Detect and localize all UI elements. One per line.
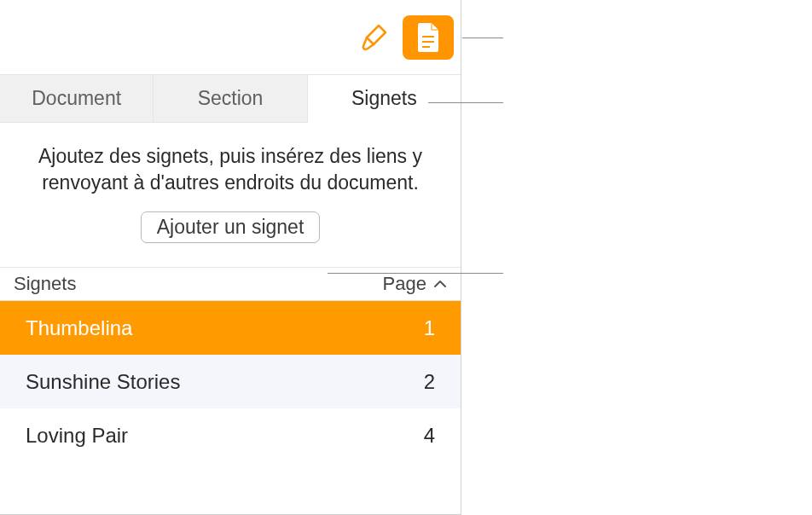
document-icon	[414, 21, 443, 54]
header-page-column[interactable]: Page	[383, 273, 426, 295]
inspector-panel: Document Section Signets Ajoutez des sig…	[0, 0, 461, 515]
bookmark-name: Thumbelina	[26, 316, 424, 340]
bookmark-name: Loving Pair	[26, 424, 424, 448]
add-bookmark-button[interactable]: Ajouter un signet	[141, 211, 321, 243]
bookmark-page: 2	[424, 370, 440, 394]
header-name-column[interactable]: Signets	[14, 273, 383, 295]
bookmark-row[interactable]: Thumbelina 1	[0, 301, 461, 355]
tab-bookmarks[interactable]: Signets	[308, 75, 461, 123]
document-options-button[interactable]	[403, 15, 454, 60]
add-button-container: Ajouter un signet	[0, 211, 461, 267]
sort-ascending-icon[interactable]	[432, 275, 449, 292]
bookmark-row[interactable]: Sunshine Stories 2	[0, 355, 461, 408]
bookmark-name: Sunshine Stories	[26, 370, 424, 394]
brush-icon	[358, 22, 389, 53]
help-text: Ajoutez des signets, puis insérez des li…	[0, 123, 461, 211]
callout-line	[328, 273, 503, 274]
bookmark-page: 4	[424, 424, 440, 448]
bookmark-row[interactable]: Loving Pair 4	[0, 408, 461, 462]
callout-line	[428, 102, 503, 103]
toolbar	[0, 0, 461, 74]
bookmark-list: Thumbelina 1 Sunshine Stories 2 Loving P…	[0, 301, 461, 462]
callout-line	[462, 38, 503, 38]
tab-section[interactable]: Section	[154, 75, 307, 122]
bookmark-page: 1	[424, 316, 440, 340]
tab-document[interactable]: Document	[0, 75, 154, 122]
tabs: Document Section Signets	[0, 74, 461, 123]
format-button[interactable]	[348, 15, 399, 60]
